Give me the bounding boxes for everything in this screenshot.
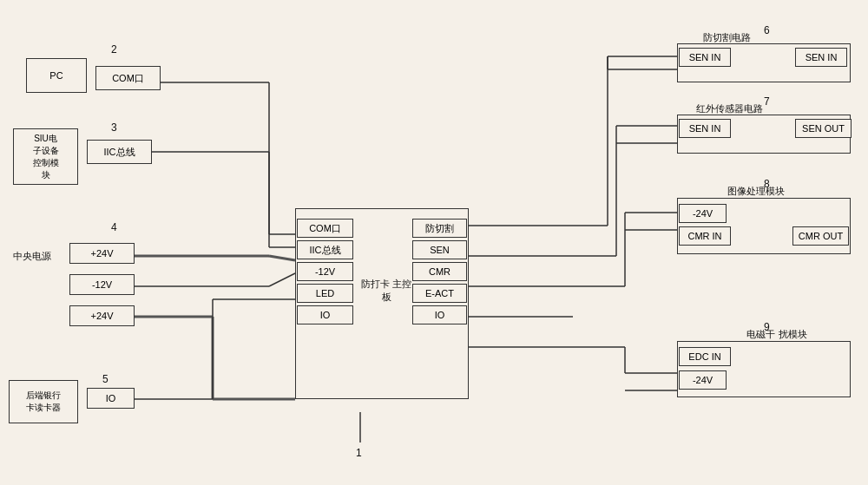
minus24v-9-box: -24V bbox=[679, 370, 727, 390]
em-interference-label: 电磁干 扰模块 bbox=[742, 328, 812, 341]
number-7: 7 bbox=[764, 95, 770, 108]
minus12v-label: -12V bbox=[92, 279, 112, 290]
label-1: 1 bbox=[356, 447, 362, 459]
pc-com-label: COM口 bbox=[112, 72, 144, 85]
anticut-circuit-label: 防切割电路 bbox=[703, 31, 751, 44]
plus24v-label1: +24V bbox=[91, 248, 114, 259]
main-cmr-label: CMR bbox=[429, 266, 450, 277]
main-com-label: COM口 bbox=[309, 222, 341, 235]
main-io-left-box: IO bbox=[297, 305, 353, 324]
cmr-out-8-box: CMR OUT bbox=[792, 226, 849, 246]
main-sen-label: SEN bbox=[430, 245, 450, 255]
plus24v-box1: +24V bbox=[69, 243, 135, 264]
minus24v-8-box: -24V bbox=[679, 204, 727, 223]
diagram: 2 PC COM口 3 SIU电 子设备 控制模 块 IIC总线 4 中央电源 … bbox=[0, 0, 868, 485]
main-anticut-label: 防切割 bbox=[425, 222, 454, 235]
pc-box: PC bbox=[26, 58, 87, 93]
main-cmr-box: CMR bbox=[412, 262, 467, 281]
sen-out-7-box: SEN OUT bbox=[795, 119, 852, 138]
sen-in-7-box: SEN IN bbox=[679, 119, 731, 138]
main-iic-box: IIC总线 bbox=[297, 240, 353, 259]
main-io-left-label: IO bbox=[320, 310, 331, 320]
main-minus12v-label: -12V bbox=[315, 266, 335, 277]
main-eact-label: E-ACT bbox=[425, 288, 454, 298]
main-board-title: 防打卡 主控板 bbox=[360, 278, 412, 304]
svg-line-7 bbox=[269, 256, 295, 260]
image-proc-label: 图像处理模块 bbox=[727, 185, 785, 198]
plus24v-label2: +24V bbox=[91, 311, 114, 321]
svg-line-9 bbox=[269, 273, 295, 286]
siu-label: SIU电 子设备 控制模 块 bbox=[33, 133, 59, 181]
main-anticut-box: 防切割 bbox=[412, 219, 467, 238]
backend-reader-box: 后端银行 卡读卡器 bbox=[9, 380, 78, 423]
backend-io-label: IO bbox=[106, 393, 116, 403]
minus24v-9-label: -24V bbox=[693, 375, 713, 385]
sen-in-6b-box: SEN IN bbox=[795, 48, 847, 67]
cmr-in-8-box: CMR IN bbox=[679, 226, 731, 246]
main-led-box: LED bbox=[297, 284, 353, 303]
siu-iic-box: IIC总线 bbox=[87, 140, 152, 164]
number-4: 4 bbox=[111, 221, 117, 233]
sen-in-6a-label: SEN IN bbox=[689, 52, 721, 62]
pc-label: PC bbox=[49, 70, 62, 81]
siu-iic-label: IIC总线 bbox=[103, 146, 135, 159]
minus12v-box: -12V bbox=[69, 274, 135, 295]
sen-in-6a-box: SEN IN bbox=[679, 48, 731, 67]
number-3: 3 bbox=[111, 121, 117, 134]
backend-io-box: IO bbox=[87, 388, 135, 409]
main-minus12v-box: -12V bbox=[297, 262, 353, 281]
edc-in-9-box: EDC IN bbox=[679, 347, 731, 366]
number-5: 5 bbox=[102, 373, 108, 385]
backend-reader-label: 后端银行 卡读卡器 bbox=[26, 390, 61, 414]
main-led-label: LED bbox=[316, 288, 334, 298]
siu-box: SIU电 子设备 控制模 块 bbox=[13, 128, 78, 185]
cmr-out-8-label: CMR OUT bbox=[799, 231, 843, 241]
central-power-label: 中央电源 bbox=[13, 250, 51, 263]
pc-com-box: COM口 bbox=[95, 66, 161, 90]
cmr-in-8-label: CMR IN bbox=[687, 231, 721, 241]
main-com-box: COM口 bbox=[297, 219, 353, 238]
minus24v-8-label: -24V bbox=[693, 208, 713, 219]
plus24v-box2: +24V bbox=[69, 305, 135, 326]
main-sen-box: SEN bbox=[412, 240, 467, 259]
number-6: 6 bbox=[764, 24, 770, 36]
main-io-right-label: IO bbox=[435, 310, 445, 320]
main-eact-box: E-ACT bbox=[412, 284, 467, 303]
edc-in-9-label: EDC IN bbox=[688, 351, 720, 362]
main-iic-label: IIC总线 bbox=[309, 244, 340, 257]
number-2: 2 bbox=[111, 43, 117, 56]
main-io-right-box: IO bbox=[412, 305, 467, 324]
sen-in-6b-label: SEN IN bbox=[806, 52, 838, 62]
sen-out-7-label: SEN OUT bbox=[802, 123, 845, 134]
ir-sensor-label: 红外传感器电路 bbox=[696, 102, 763, 115]
sen-in-7-label: SEN IN bbox=[689, 123, 721, 134]
